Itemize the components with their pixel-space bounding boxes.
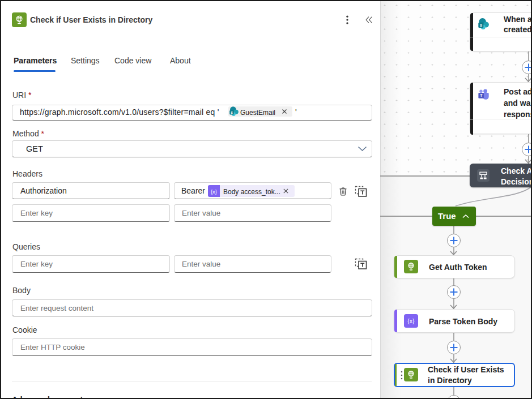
svg-text:s: s xyxy=(480,23,483,28)
svg-text:{x}: {x} xyxy=(407,318,415,324)
svg-text:{x}: {x} xyxy=(211,188,217,195)
svg-text:T: T xyxy=(480,93,483,98)
svg-text:s: s xyxy=(231,110,233,114)
